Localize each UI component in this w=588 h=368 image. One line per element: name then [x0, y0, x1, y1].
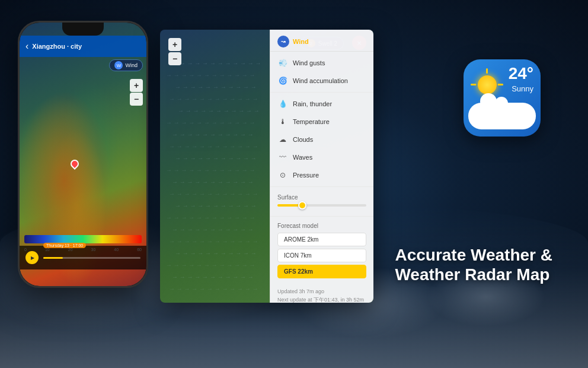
clouds-icon: ☁	[277, 134, 288, 145]
svg-text:→ → → → → → → → → → →: → → → → → → → → → → →	[175, 202, 257, 209]
headline-line2: Weather Radar Map	[395, 265, 552, 285]
phone-wind-label: Wind	[125, 62, 138, 68]
timeline-progress	[43, 257, 63, 259]
weather-temperature: 24°	[509, 65, 533, 82]
clouds-label: Clouds	[293, 136, 313, 143]
forecast-label: Forecast model	[277, 223, 366, 229]
update-text-2: Next update at 下午01:43, in 3h 52m	[277, 296, 366, 303]
headline-section: Accurate Weather & Weather Radar Map	[395, 245, 552, 285]
pressure-label: Pressure	[293, 172, 319, 179]
temperature-icon: 🌡	[277, 116, 288, 127]
svg-text:→ → → → → → → → → → →: → → → → → → → → → → →	[172, 226, 254, 233]
menu-divider-1	[270, 92, 373, 93]
update-text-1: Updated 3h 7m ago	[277, 288, 366, 296]
svg-text:→ → → → → → → → → → → →: → → → → → → → → → → → →	[166, 262, 255, 268]
surface-slider[interactable]	[277, 204, 366, 207]
svg-line-27	[472, 83, 475, 87]
surface-section: Surface	[270, 189, 373, 214]
forecast-gfs-button[interactable]: GFS 22km	[277, 265, 366, 278]
panel-zoom-out[interactable]: −	[168, 52, 181, 65]
play-icon: ▶	[31, 255, 34, 261]
weather-app-icon: 24° Sunny	[464, 59, 541, 137]
pressure-icon: ⊙	[277, 170, 288, 180]
update-info: Updated 3h 7m ago Next update at 下午01:43…	[270, 284, 373, 303]
phone-zoom-out[interactable]: −	[130, 93, 143, 106]
svg-text:→ → → → → → → → → → →: → → → → → → → → → → →	[178, 107, 260, 114]
forecast-arome-button[interactable]: AROME 2km	[277, 233, 366, 246]
phone-play-button[interactable]: ▶	[25, 251, 39, 264]
phone-frame: ‹ Xiangzhou · city W Wind + − 0 10 2	[18, 21, 148, 288]
weather-icon-inner: 24° Sunny	[464, 59, 541, 137]
weather-status: Sunny	[512, 84, 533, 93]
panel-title-label: Wind	[293, 38, 309, 45]
panel-section-title: ↝ Wind	[270, 36, 373, 52]
svg-text:→ → → → → → → → → → → →: → → → → → → → → → → → →	[166, 214, 255, 221]
forecast-section: Forecast model AROME 2km ICON 7km GFS 22…	[270, 219, 373, 284]
phone-notch	[62, 23, 104, 36]
svg-text:→ → → → → → → → → → → →: → → → → → → → → → → → →	[169, 285, 258, 292]
temperature-label: Temperature	[293, 118, 330, 125]
svg-line-25	[498, 83, 502, 87]
cloud-graphic	[468, 103, 536, 129]
phone-city-label: Xiangzhou · city	[32, 43, 82, 50]
waves-icon: 〰	[277, 152, 288, 163]
svg-text:→ → → → → → → → → → →: → → → → → → → → → → →	[175, 84, 257, 90]
wind-badge-icon: W	[114, 61, 123, 69]
menu-item-waves[interactable]: 〰 Waves	[270, 148, 373, 166]
phone-zoom-controls: + −	[130, 79, 143, 106]
desktop-panel: → → → → → → → → → → → → → → → → → → → → …	[160, 30, 373, 303]
wind-accumulation-label: Wind accumulation	[293, 77, 348, 84]
headline-line1: Accurate Weather &	[395, 245, 552, 265]
svg-text:→ → → → → → → → → → → →: → → → → → → → → → → → →	[169, 96, 258, 102]
menu-item-clouds[interactable]: ☁ Clouds	[270, 131, 373, 148]
menu-item-wind-accumulation[interactable]: 🌀 Wind accumulation	[270, 72, 373, 90]
wind-accumulation-icon: 🌀	[277, 75, 288, 86]
menu-item-rain-thunder[interactable]: 💧 Rain, thunder	[270, 95, 373, 113]
svg-text:→ → → → → → → → → → → →: → → → → → → → → → → → →	[166, 167, 255, 173]
surface-label: Surface	[277, 194, 366, 201]
phone-location-pin	[71, 160, 79, 168]
phone-mockup: ‹ Xiangzhou · city W Wind + − 0 10 2	[18, 21, 148, 288]
rain-thunder-label: Rain, thunder	[293, 100, 332, 107]
rain-thunder-icon: 💧	[277, 99, 288, 109]
svg-text:→ → → → → → → → → → → →: → → → → → → → → → → → →	[172, 60, 261, 66]
menu-divider-3	[270, 216, 373, 217]
phone-scale-bar	[24, 235, 142, 243]
wind-gusts-label: Wind gusts	[293, 59, 325, 66]
cloud-shape	[468, 103, 536, 129]
panel-wind-icon: ↝	[277, 36, 289, 47]
phone-screen: ‹ Xiangzhou · city W Wind + − 0 10 2	[20, 23, 146, 286]
svg-text:→ → → → → → → → → → → →: → → → → → → → → → → → →	[166, 72, 255, 78]
svg-text:→ → → → → → → → → → →: → → → → → → → → → → →	[172, 179, 254, 185]
menu-item-pressure[interactable]: ⊙ Pressure	[270, 166, 373, 184]
svg-text:→ → → → → → → → → → → →: → → → → → → → → → → → →	[169, 238, 258, 245]
svg-text:→ → → → → → → → → → →: → → → → → → → → → → →	[172, 274, 254, 280]
panel-zoom-in[interactable]: +	[168, 38, 181, 51]
menu-item-temperature[interactable]: 🌡 Temperature	[270, 113, 373, 131]
right-panel: ↝ Wind 💨 Wind gusts 🌀 Wind accumulation …	[270, 30, 373, 303]
location-pin-icon	[69, 158, 81, 170]
phone-back-arrow[interactable]: ‹	[25, 41, 28, 52]
surface-slider-thumb[interactable]	[298, 201, 306, 210]
panel-zoom-controls: + −	[168, 38, 181, 65]
menu-item-wind-gusts[interactable]: 💨 Wind gusts	[270, 54, 373, 72]
phone-zoom-in[interactable]: +	[130, 79, 143, 92]
svg-text:→ → → → → → → → → → →: → → → → → → → → → → →	[175, 250, 257, 256]
phone-wind-badge[interactable]: W Wind	[109, 59, 143, 71]
svg-text:→ → → → → → → → → → →: → → → → → → → → → → →	[172, 131, 254, 138]
phone-bottom-bar: ▶ Thursday 13 · 17:00	[20, 246, 146, 269]
svg-text:→ → → → → → → → → → →: → → → → → → → → → → →	[175, 155, 257, 161]
phone-time-label: Thursday 13 · 17:00	[43, 243, 86, 248]
wind-gusts-icon: 💨	[277, 58, 288, 68]
forecast-icon-button[interactable]: ICON 7km	[277, 249, 366, 262]
phone-header: ‹ Xiangzhou · city	[20, 36, 146, 57]
phone-timeline[interactable]: Thursday 13 · 17:00	[43, 257, 140, 259]
waves-label: Waves	[293, 154, 312, 161]
svg-text:→ → → → → → → → → → → →: → → → → → → → → → → → →	[169, 143, 258, 150]
svg-text:→ → → → → → → → → → → →: → → → → → → → → → → → →	[166, 119, 255, 126]
svg-text:→ → → → → → → → → → → →: → → → → → → → → → → → →	[169, 191, 258, 197]
menu-divider-2	[270, 186, 373, 187]
